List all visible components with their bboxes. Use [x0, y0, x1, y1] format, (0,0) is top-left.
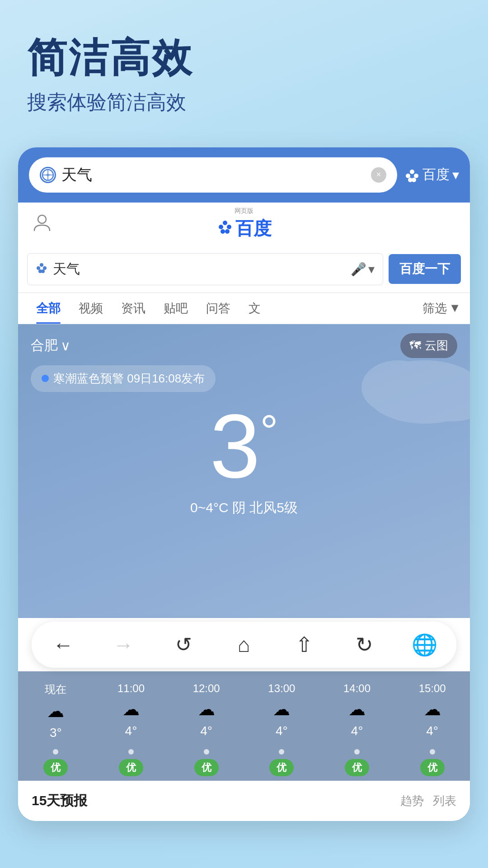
- hour-label-0: 现在: [45, 682, 66, 697]
- hour-temp-5: 4°: [426, 724, 438, 738]
- baidu-content: 网页版 百度: [18, 203, 470, 618]
- browser-card: 天气 × 百度 ▾: [18, 147, 470, 821]
- location-text: 合肥: [31, 336, 58, 355]
- baidu-logo-small: 网页版: [235, 207, 253, 215]
- svg-point-15: [37, 266, 40, 270]
- svg-point-14: [40, 263, 43, 267]
- weather-icon-5: ☁: [424, 699, 441, 719]
- cloud-map-button[interactable]: 🗺 云图: [400, 333, 457, 358]
- filter-icon: ▼: [449, 301, 461, 315]
- hour-col-4: 14:00 ☁ 4°: [319, 679, 395, 744]
- reload-button[interactable]: ↻: [351, 632, 378, 657]
- svg-point-8: [38, 215, 46, 223]
- aqi-badge-5: 优: [420, 759, 445, 776]
- alert-dot-icon: [42, 375, 49, 382]
- tab-wen[interactable]: 文: [239, 293, 270, 324]
- dot-3: [279, 749, 284, 755]
- hour-label-5: 15:00: [419, 682, 446, 695]
- promo-subtitle: 搜索体验简洁高效: [27, 89, 461, 116]
- forecast-tab-list[interactable]: 列表: [433, 793, 456, 809]
- hour-label-3: 13:00: [268, 682, 295, 695]
- home-button[interactable]: ⌂: [230, 632, 258, 657]
- dot-0: [53, 749, 58, 755]
- baidu-logo: 网页版 百度: [216, 207, 272, 241]
- search-tabs: 全部 视频 资讯 贴吧 问答 文 筛选 ▼: [18, 293, 470, 324]
- dot-2: [204, 749, 209, 755]
- share-button[interactable]: ⇧: [291, 632, 318, 657]
- hourly-dot-row: [18, 744, 470, 756]
- hour-temp-0: 3°: [50, 726, 62, 740]
- aqi-badge-2: 优: [194, 759, 219, 776]
- dot-4: [354, 749, 360, 755]
- tab-video[interactable]: 视频: [70, 293, 112, 324]
- hour-temp-4: 4°: [351, 724, 363, 738]
- hourly-forecast: 现在 ☁ 3° 11:00 ☁ 4° 12:00 ☁ 4° 13:00 ☁ 4°…: [18, 671, 470, 781]
- dot-5: [430, 749, 435, 755]
- aqi-row: 优 优 优 优 优 优: [18, 756, 470, 781]
- forward-button[interactable]: →: [110, 632, 137, 657]
- aqi-badge-4: 优: [345, 759, 369, 776]
- weather-icon-2: ☁: [198, 699, 215, 719]
- tab-all[interactable]: 全部: [27, 293, 70, 324]
- cloud-map-icon: 🗺: [409, 339, 421, 353]
- weather-icon-4: ☁: [348, 699, 366, 719]
- clear-search-button[interactable]: ×: [371, 167, 386, 183]
- hour-col-5: 15:00 ☁ 4°: [394, 679, 470, 744]
- baidu-search-inner[interactable]: 天气 🎤 ▾: [27, 253, 383, 285]
- search-input-box[interactable]: 天气 ×: [29, 157, 397, 193]
- svg-point-3: [410, 170, 414, 174]
- hour-temp-3: 4°: [276, 724, 288, 738]
- hour-label-1: 11:00: [117, 682, 145, 695]
- weather-location[interactable]: 合肥 ∨: [31, 336, 70, 355]
- hourly-times-row: 现在 ☁ 3° 11:00 ☁ 4° 12:00 ☁ 4° 13:00 ☁ 4°…: [18, 671, 470, 744]
- weather-location-row: 合肥 ∨ 🗺 云图: [31, 333, 457, 358]
- weather-icon-0: ☁: [47, 701, 64, 721]
- hour-col-2: 12:00 ☁ 4°: [169, 679, 244, 744]
- baidu-search-box: 天气 🎤 ▾ 百度一下: [18, 246, 470, 293]
- search-engine-icon: [40, 167, 56, 183]
- baidu-search-button[interactable]: 百度一下: [389, 254, 461, 284]
- weather-icon-3: ☁: [273, 699, 290, 719]
- svg-point-5: [414, 174, 418, 178]
- temperature-display: 3°: [31, 401, 457, 491]
- browser-navbar: ← → ↺ ⌂ ⇧ ↻ 🌐: [32, 622, 456, 668]
- hour-temp-1: 4°: [125, 724, 137, 738]
- baidu-logo-main-text: 百度: [235, 216, 272, 241]
- baidu-search-text: 天气: [53, 260, 345, 278]
- svg-point-9: [223, 221, 227, 225]
- tab-qa[interactable]: 问答: [197, 293, 239, 324]
- temperature-value: 3: [210, 396, 260, 496]
- engine-label: 百度: [422, 165, 450, 184]
- globe-button[interactable]: 🌐: [411, 632, 438, 657]
- user-icon[interactable]: [32, 212, 52, 237]
- baidu-paw-icon: [216, 218, 234, 239]
- baidu-logo-text: 百度: [216, 216, 272, 241]
- weather-icon-1: ☁: [122, 699, 140, 719]
- engine-dropdown-icon: ▾: [452, 167, 459, 183]
- aqi-badge-1: 优: [119, 759, 143, 776]
- back-button[interactable]: ←: [50, 632, 77, 657]
- svg-point-10: [219, 225, 223, 229]
- microphone-icon: 🎤: [351, 262, 366, 277]
- forecast-tab-trend[interactable]: 趋势: [400, 793, 424, 809]
- location-dropdown-icon: ∨: [61, 338, 70, 354]
- alert-text: 寒潮蓝色预警 09日16:08发布: [53, 371, 205, 387]
- refresh-link-button[interactable]: ↺: [170, 633, 197, 656]
- hour-col-0: 现在 ☁ 3°: [18, 679, 94, 744]
- baidu-paw-small-icon: [36, 262, 47, 277]
- weather-alert[interactable]: 寒潮蓝色预警 09日16:08发布: [31, 365, 216, 392]
- svg-point-7: [412, 178, 416, 182]
- forecast-footer: 15天预报 趋势 列表: [18, 781, 470, 821]
- weather-area: 合肥 ∨ 🗺 云图 寒潮蓝色预警 09日16:08发布 3° 0~4°C 阴 北…: [18, 324, 470, 618]
- promo-title: 简洁高效: [27, 36, 461, 80]
- weather-detail: 0~4°C 阴 北风5级: [31, 499, 457, 517]
- voice-input-button[interactable]: 🎤 ▾: [351, 262, 375, 277]
- svg-point-18: [41, 269, 45, 273]
- tab-news[interactable]: 资讯: [112, 293, 155, 324]
- tab-tieba[interactable]: 贴吧: [155, 293, 197, 324]
- hour-col-1: 11:00 ☁ 4°: [94, 679, 169, 744]
- search-bar-row: 天气 × 百度 ▾: [18, 147, 470, 203]
- tab-filter[interactable]: 筛选 ▼: [422, 300, 461, 316]
- search-engine-selector[interactable]: 百度 ▾: [404, 165, 459, 184]
- hour-label-4: 14:00: [343, 682, 371, 695]
